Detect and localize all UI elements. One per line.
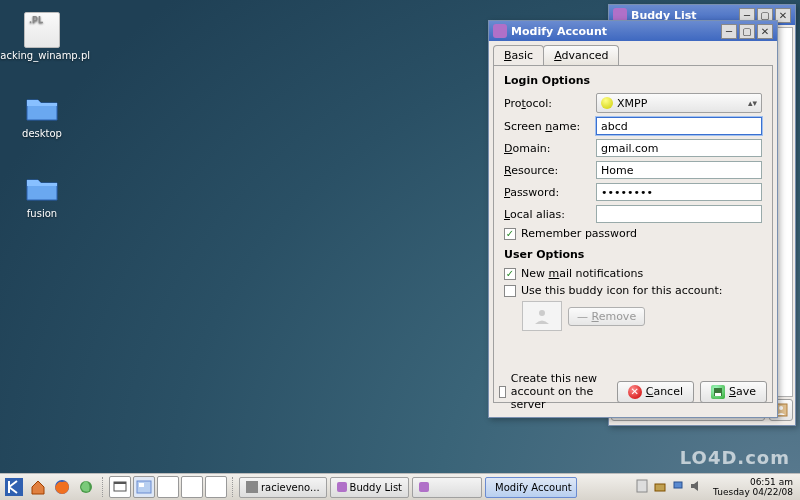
firefox-button[interactable] [51, 476, 73, 498]
screen-name-input[interactable] [596, 117, 762, 135]
tab-advanced[interactable]: Advanced [543, 45, 619, 65]
protocol-label: Protocol: [504, 97, 596, 110]
watermark: LO4D.com [680, 447, 790, 468]
desktop-pager-1[interactable] [133, 476, 155, 498]
tray-icon-volume[interactable] [689, 479, 705, 495]
use-buddy-icon-checkbox[interactable] [504, 285, 516, 297]
window-title: Modify Account [511, 25, 719, 38]
titlebar[interactable]: Modify Account ─ ▢ ✕ [489, 21, 777, 41]
file-icon [24, 12, 60, 48]
cancel-icon: ✕ [628, 385, 642, 399]
desktop-pager-3[interactable] [181, 476, 203, 498]
desktop-icon-label: desktop [22, 128, 62, 139]
task-label: racieveno... [261, 482, 320, 493]
new-mail-checkbox[interactable] [504, 268, 516, 280]
close-button[interactable]: ✕ [757, 24, 773, 39]
home-button[interactable] [27, 476, 49, 498]
protocol-combo[interactable]: XMPP ▴▾ [596, 93, 762, 113]
tab-basic[interactable]: BBasicasic [493, 45, 544, 65]
bulb-icon [601, 97, 613, 109]
svg-point-2 [539, 310, 545, 316]
svg-rect-12 [246, 481, 258, 493]
task-item[interactable]: racieveno... [239, 477, 327, 498]
remember-password-label: Remember password [521, 227, 637, 240]
minimize-button[interactable]: ─ [721, 24, 737, 39]
taskbar-clock[interactable]: 06:51 am Tuesday 04/22/08 [713, 477, 793, 497]
task-item-active[interactable]: Modify Account [485, 477, 577, 498]
svg-rect-13 [637, 480, 647, 492]
taskbar-separator [102, 477, 106, 497]
svg-rect-9 [114, 482, 126, 484]
password-label: Password: [504, 186, 596, 199]
desktop-icon-folder[interactable]: fusion [12, 170, 72, 219]
buddy-icon-preview[interactable] [522, 301, 562, 331]
kmenu-button[interactable] [3, 476, 25, 498]
create-on-server-checkbox[interactable] [499, 386, 506, 398]
folder-icon [24, 90, 60, 126]
svg-rect-15 [674, 482, 682, 488]
clock-date: Tuesday 04/22/08 [713, 487, 793, 497]
use-buddy-icon-label: Use this buddy icon for this account: [521, 284, 723, 297]
desktop-icon-label: hacking_winamp.pl [0, 50, 90, 61]
maximize-button[interactable]: ▢ [739, 24, 755, 39]
save-icon [711, 385, 725, 399]
taskbar-separator [232, 477, 236, 497]
remember-password-checkbox[interactable] [504, 228, 516, 240]
clock-time: 06:51 am [713, 477, 793, 487]
tray-icon-network[interactable] [671, 479, 687, 495]
pidgin-icon [337, 482, 347, 492]
tray-icon-clipboard[interactable] [635, 479, 651, 495]
password-input[interactable] [596, 183, 762, 201]
task-item[interactable] [412, 477, 482, 498]
user-options-heading: User Options [504, 248, 762, 261]
desktop-icon-folder[interactable]: desktop [12, 90, 72, 139]
domain-input[interactable] [596, 139, 762, 157]
taskbar: racieveno... Buddy List Modify Account 0… [0, 473, 800, 500]
svg-rect-5 [5, 478, 23, 496]
show-desktop-button[interactable] [109, 476, 131, 498]
svg-rect-11 [139, 483, 144, 487]
tab-bar: BBasicasic Advanced [489, 41, 777, 65]
tray-icon-updates[interactable] [653, 479, 669, 495]
desktop-icon-label: fusion [27, 208, 57, 219]
cancel-button[interactable]: ✕ Cancel [617, 381, 694, 403]
local-alias-label: Local alias: [504, 208, 596, 221]
svg-point-1 [779, 406, 783, 410]
tab-panel-basic: Login Options Protocol: XMPP ▴▾ Screen n… [493, 65, 773, 403]
svg-rect-14 [655, 484, 665, 491]
desktop-pager-2[interactable] [157, 476, 179, 498]
new-mail-label: New mail notifications [521, 267, 643, 280]
pidgin-icon [419, 482, 429, 492]
save-button[interactable]: Save [700, 381, 767, 403]
task-item[interactable]: Buddy List [330, 477, 409, 498]
resource-label: Resource: [504, 164, 596, 177]
remove-buddy-icon-button[interactable]: — Remove [568, 307, 645, 326]
domain-label: Domain: [504, 142, 596, 155]
local-alias-input[interactable] [596, 205, 762, 223]
screen-name-label: Screen name: [504, 120, 596, 133]
app-launcher-button[interactable] [75, 476, 97, 498]
app-icon [493, 24, 507, 38]
protocol-value: XMPP [617, 97, 647, 110]
modify-account-window: Modify Account ─ ▢ ✕ BBasicasic Advanced… [488, 20, 778, 418]
login-options-heading: Login Options [504, 74, 762, 87]
task-label: Modify Account [495, 482, 572, 493]
chevron-updown-icon: ▴▾ [748, 101, 757, 106]
svg-rect-4 [715, 393, 721, 396]
create-on-server-label: Create this new account on the server [511, 372, 611, 411]
folder-icon [24, 170, 60, 206]
task-label: Buddy List [350, 482, 402, 493]
resource-input[interactable] [596, 161, 762, 179]
desktop-icon-file[interactable]: hacking_winamp.pl [12, 12, 72, 61]
desktop-pager-4[interactable] [205, 476, 227, 498]
